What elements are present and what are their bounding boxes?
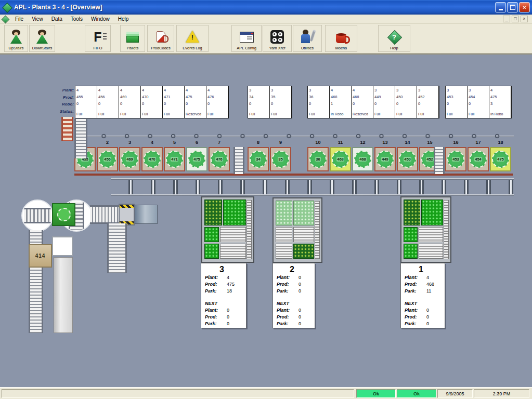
pallet-grid <box>293 201 314 225</box>
station-info-column: 3 454 0 Full <box>468 86 489 118</box>
station-group-1: 1 455 2 456 <box>74 138 230 171</box>
bobbin-gear-icon: 453 <box>447 151 464 168</box>
bobbin-gear-icon: 450 <box>399 151 416 168</box>
menu-help[interactable]: Help <box>114 15 133 23</box>
station-number: 7 <box>209 138 230 147</box>
buffer-station[interactable]: 414 <box>29 244 52 268</box>
application-window: APL - Plants 3 - 4 - [Overview] × File V… <box>0 0 532 399</box>
mdi-restore-button[interactable]: □ <box>512 16 519 22</box>
station-machine[interactable]: 35 <box>270 147 291 171</box>
station-machine[interactable]: 468 <box>330 147 351 171</box>
menu-view[interactable]: View <box>28 15 47 23</box>
station-machine[interactable]: 468 <box>352 147 373 171</box>
utilities-button[interactable]: Utilities <box>293 25 322 52</box>
mdi-close-button[interactable]: × <box>521 16 528 22</box>
station-info-column: 3 450 0 Full <box>395 86 417 118</box>
station-machine[interactable]: 471 <box>164 147 185 171</box>
bobbin-gear-icon: 34 <box>250 151 267 168</box>
station-cell: 6 475 <box>186 138 207 171</box>
station-number: 11 <box>330 138 351 147</box>
pallet-rack-2[interactable] <box>273 197 322 263</box>
station-table-row-labels: Plant: Prod: Robo: Status: <box>47 87 74 115</box>
downstairs-button[interactable]: DownStairs <box>29 25 55 52</box>
robot-machine[interactable] <box>52 203 75 226</box>
panel-number: 3 <box>205 264 246 274</box>
fifo-button[interactable]: F FIFO <box>85 25 111 52</box>
station-info-column: 3 453 0 Full <box>446 86 468 118</box>
pallet-grid <box>204 227 219 242</box>
worker-tools-icon <box>301 30 314 44</box>
menu-file[interactable]: File <box>11 15 28 23</box>
config-window-icon <box>240 32 254 43</box>
pallet-grid <box>223 200 246 225</box>
station-machine[interactable]: 469 <box>119 147 140 171</box>
conveyor-ladder <box>434 147 445 174</box>
station-number: 15 <box>419 138 440 147</box>
empty-shelf <box>419 244 443 259</box>
station-cell: 13 449 <box>374 138 396 171</box>
station-number: 3 <box>119 138 140 147</box>
conveyor-ladder <box>74 119 87 158</box>
bobbin-gear-icon: 470 <box>144 151 161 168</box>
station-info-column: 4 475 0 Reserved <box>185 86 206 118</box>
mdi-minimize-button[interactable]: _ <box>503 16 510 22</box>
station-cell: 9 35 <box>270 138 291 171</box>
bobbin-gear-icon: 456 <box>99 151 116 168</box>
station-info-column: 4 456 0 Full <box>97 86 119 118</box>
station-number: 4 <box>141 138 163 147</box>
station-info-column: 3 35 0 Full <box>270 86 292 118</box>
station-cell: 4 470 <box>141 138 163 171</box>
status-date: 9/9/2005 <box>437 389 473 398</box>
robot-info-panel-1: 1 Plant:4 Prod:468 Park:11 NEXT Plant:0 … <box>400 263 445 328</box>
status-panel-empty <box>2 389 354 398</box>
station-machine[interactable]: 449 <box>374 147 396 171</box>
pallet-grid <box>404 227 418 242</box>
upstairs-button[interactable]: UpStairs <box>4 25 28 52</box>
prodcodes-button[interactable]: ProdCodes <box>147 25 174 52</box>
pallet-rack-3[interactable] <box>201 196 254 263</box>
close-button[interactable]: × <box>519 2 530 12</box>
station-machine[interactable]: 450 <box>397 147 418 171</box>
apl-config-button[interactable]: APL Config <box>231 25 262 52</box>
menu-tools[interactable]: Tools <box>67 15 87 23</box>
yarn-xref-button[interactable]: Yarn Xref <box>263 25 292 52</box>
pallets-button[interactable]: Pallets <box>120 25 145 52</box>
station-machine[interactable]: 36 <box>307 147 329 171</box>
empty-shelf <box>293 227 314 242</box>
mocha-button[interactable]: Mocha <box>325 25 357 52</box>
robot-info-panel-3: 3 Plant:4 Prod:475 Park:18 NEXT Plant:0 … <box>201 263 246 328</box>
station-machine[interactable]: 456 <box>97 147 118 171</box>
station-info-column: 3 449 0 Full <box>373 86 395 118</box>
bobbin-gear-icon: 475 <box>188 151 205 168</box>
menu-window[interactable]: Window <box>87 15 114 23</box>
station-machine[interactable]: 454 <box>468 147 489 171</box>
pallet-grid <box>421 200 443 225</box>
station-machine[interactable]: 470 <box>141 147 163 171</box>
menu-data[interactable]: Data <box>47 15 67 23</box>
warning-triangle-icon: ! <box>185 30 200 44</box>
empty-shelf <box>220 227 246 242</box>
station-machine[interactable]: 475 <box>186 147 207 171</box>
restore-button[interactable] <box>507 2 518 12</box>
station-cell: 5 471 <box>164 138 185 171</box>
buffer-label: 414 <box>35 253 46 259</box>
pallet-rack-1[interactable] <box>400 196 451 263</box>
zoom-callout-circle <box>21 200 54 232</box>
station-conveyor-line <box>74 174 513 176</box>
station-number: 9 <box>270 138 291 147</box>
station-machine[interactable]: 453 <box>445 147 466 171</box>
station-machine[interactable]: 34 <box>248 147 269 171</box>
station-number: 16 <box>445 138 466 147</box>
station-machine[interactable]: 476 <box>209 147 230 171</box>
person-up-icon <box>10 30 22 44</box>
bobbin-gear-icon: 469 <box>121 151 138 168</box>
bobbin-gear-icon: 454 <box>470 151 487 168</box>
station-machine[interactable]: 475 <box>490 147 511 171</box>
events-log-button[interactable]: ! Events Log <box>176 25 209 52</box>
minimize-button[interactable] <box>495 2 506 12</box>
help-button[interactable]: ? Help <box>378 25 410 52</box>
station-cell: 11 468 <box>330 138 351 171</box>
lift-box <box>52 236 73 256</box>
station-info-column: 4 468 1 In Robo <box>330 86 352 118</box>
station-number: 14 <box>397 138 418 147</box>
